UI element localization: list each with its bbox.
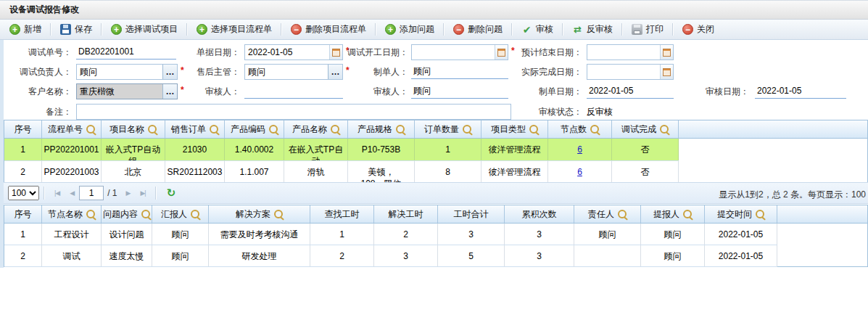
column-header-total-hours[interactable]: 工时合计 bbox=[438, 205, 505, 223]
debug-owner-input[interactable] bbox=[77, 65, 162, 79]
column-header-node-name[interactable]: 节点名称 bbox=[42, 205, 102, 223]
cell-product-name: 在嵌入式TP自动 调试台体设备 bbox=[284, 139, 348, 160]
cell-order-qty: 1 bbox=[415, 139, 481, 160]
page-number-input[interactable] bbox=[79, 186, 104, 200]
start-date-label: 调试开工日期： bbox=[339, 44, 408, 60]
search-icon[interactable] bbox=[590, 125, 599, 134]
table-row[interactable]: 2 PP202201003 北京 SR202112003 1.1.007 滑轨 … bbox=[4, 161, 679, 183]
column-label: 责任人 bbox=[588, 208, 614, 221]
add-button[interactable]: + 新增 bbox=[3, 21, 48, 38]
column-header-product-spec[interactable]: 产品规格 bbox=[348, 120, 415, 138]
cell-accumulated-count: 3 bbox=[505, 224, 574, 245]
select-debug-project-button[interactable]: + 选择调试项目 bbox=[104, 21, 184, 38]
search-icon[interactable] bbox=[396, 125, 405, 134]
cell-accumulated-count: 3 bbox=[505, 245, 574, 266]
column-header-seq[interactable]: 序号 bbox=[4, 205, 42, 223]
column-header-flow-no[interactable]: 流程单号 bbox=[42, 120, 102, 138]
column-header-seq[interactable]: 序号 bbox=[4, 120, 42, 138]
column-header-product-code[interactable]: 产品编码 bbox=[225, 120, 284, 138]
search-icon[interactable] bbox=[191, 210, 199, 218]
cell-submit-time: 2022-01-05 bbox=[705, 224, 777, 245]
node-count-link[interactable]: 6 bbox=[577, 144, 582, 155]
close-button[interactable]: − 关闭 bbox=[676, 21, 721, 38]
cell-responsible bbox=[574, 245, 641, 266]
column-header-project-type[interactable]: 项目类型 bbox=[481, 120, 548, 138]
actual-finish-date-input[interactable] bbox=[587, 65, 660, 79]
column-header-issue-content[interactable]: 问题内容 bbox=[102, 205, 152, 223]
column-header-find-hours[interactable]: 查找工时 bbox=[310, 205, 374, 223]
refresh-icon[interactable]: ↻ bbox=[167, 187, 176, 200]
column-header-project-name[interactable]: 项目名称 bbox=[102, 120, 165, 138]
button-label: 保存 bbox=[75, 23, 92, 36]
save-button[interactable]: 保存 bbox=[54, 21, 99, 38]
column-header-solve-hours[interactable]: 解决工时 bbox=[374, 205, 438, 223]
add-icon: + bbox=[111, 24, 122, 35]
reviewer-value: 顾问 bbox=[411, 83, 508, 99]
column-header-filler bbox=[679, 120, 867, 138]
search-icon[interactable] bbox=[618, 210, 627, 218]
cell-seq: 2 bbox=[4, 245, 42, 266]
column-header-solution[interactable]: 解决方案 bbox=[209, 205, 310, 223]
prev-page-button[interactable]: ◀ bbox=[70, 189, 74, 197]
expect-end-date-input[interactable] bbox=[587, 45, 660, 60]
delete-issue-button[interactable]: − 删除问题 bbox=[447, 21, 509, 38]
column-header-product-name[interactable]: 产品名称 bbox=[284, 120, 348, 138]
toolbar-separator bbox=[375, 23, 376, 36]
search-icon[interactable] bbox=[683, 210, 692, 218]
table-row[interactable]: 1 PP202201001 嵌入式TP自动组 装离心台设备 21030 1.40… bbox=[4, 139, 679, 161]
reviewer-label: 审核人： bbox=[339, 83, 408, 99]
first-page-button[interactable]: |◀ bbox=[54, 189, 59, 197]
search-icon[interactable] bbox=[86, 210, 95, 218]
date-picker-button[interactable] bbox=[660, 65, 673, 79]
remark-input[interactable] bbox=[77, 105, 511, 119]
select-project-flow-button[interactable]: + 选择项目流程单 bbox=[190, 21, 278, 38]
search-icon[interactable] bbox=[210, 125, 218, 134]
node-count-link[interactable]: 6 bbox=[577, 167, 582, 177]
column-header-node-count[interactable]: 节点数 bbox=[548, 120, 612, 138]
unaudit-button[interactable]: ⇄ 反审核 bbox=[566, 21, 619, 38]
delete-project-flow-button[interactable]: − 删除项目流程单 bbox=[284, 21, 373, 38]
button-label: 审核 bbox=[536, 23, 553, 36]
customer-input[interactable] bbox=[77, 84, 162, 99]
search-icon[interactable] bbox=[529, 125, 538, 134]
date-picker-button[interactable] bbox=[495, 45, 508, 60]
search-icon[interactable] bbox=[141, 210, 150, 218]
search-icon[interactable] bbox=[756, 210, 764, 218]
column-label: 解决方案 bbox=[236, 208, 270, 221]
page-size-select[interactable]: 100 bbox=[8, 186, 39, 200]
next-page-button[interactable]: ▶ bbox=[126, 189, 131, 197]
search-icon[interactable] bbox=[148, 125, 157, 134]
search-icon[interactable] bbox=[274, 210, 283, 218]
column-header-order-qty[interactable]: 订单数量 bbox=[415, 120, 481, 138]
column-label: 问题内容 bbox=[103, 208, 138, 221]
column-header-reporter[interactable]: 汇报人 bbox=[152, 205, 209, 223]
after-sales-manager-input[interactable] bbox=[245, 65, 328, 79]
column-header-submit-time[interactable]: 提交时间 bbox=[705, 205, 777, 223]
search-icon[interactable] bbox=[463, 125, 471, 134]
column-header-accumulated-count[interactable]: 累积次数 bbox=[505, 205, 574, 223]
search-icon[interactable] bbox=[86, 125, 95, 134]
column-header-sales-order[interactable]: 销售订单 bbox=[165, 120, 225, 138]
last-page-button[interactable]: ▶| bbox=[140, 189, 145, 197]
search-icon[interactable] bbox=[331, 125, 339, 134]
column-header-submitter[interactable]: 提报人 bbox=[641, 205, 705, 223]
printer-icon bbox=[632, 24, 642, 35]
date-picker-button[interactable] bbox=[660, 45, 673, 60]
print-button[interactable]: 打印 bbox=[625, 21, 670, 38]
search-icon[interactable] bbox=[660, 125, 669, 134]
start-date-input[interactable] bbox=[412, 45, 495, 60]
column-label: 解决工时 bbox=[389, 208, 423, 221]
doc-date-input[interactable] bbox=[245, 45, 329, 60]
column-header-debug-done[interactable]: 调试完成 bbox=[612, 120, 679, 138]
add-icon: + bbox=[385, 24, 396, 35]
column-label: 序号 bbox=[15, 123, 32, 136]
audit-button[interactable]: ✔ 审核 bbox=[515, 21, 560, 38]
column-header-responsible[interactable]: 责任人 bbox=[574, 205, 641, 223]
search-icon[interactable] bbox=[269, 125, 278, 134]
table-row[interactable]: 2 调试 速度太慢 顾问 研发处理 2 3 5 3 顾问 2022-01-05 bbox=[4, 245, 777, 267]
lookup-button[interactable]: … bbox=[162, 84, 177, 99]
lookup-button[interactable]: … bbox=[162, 65, 177, 79]
add-issue-button[interactable]: + 添加问题 bbox=[379, 21, 441, 38]
table-row[interactable]: 1 工程设计 设计问题 顾问 需要及时考考核沟通 1 2 3 3 顾问 顾问 2… bbox=[4, 224, 777, 245]
doc-date-field bbox=[244, 44, 343, 60]
